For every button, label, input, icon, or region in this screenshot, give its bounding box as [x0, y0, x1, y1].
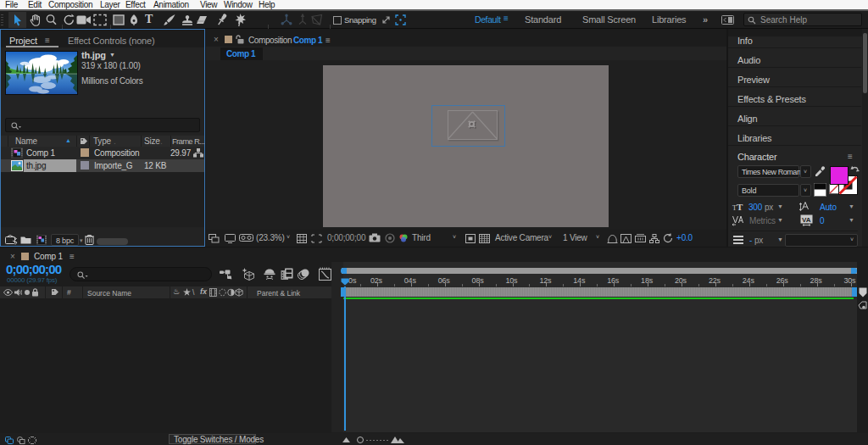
svg-text:VA: VA [802, 216, 811, 224]
